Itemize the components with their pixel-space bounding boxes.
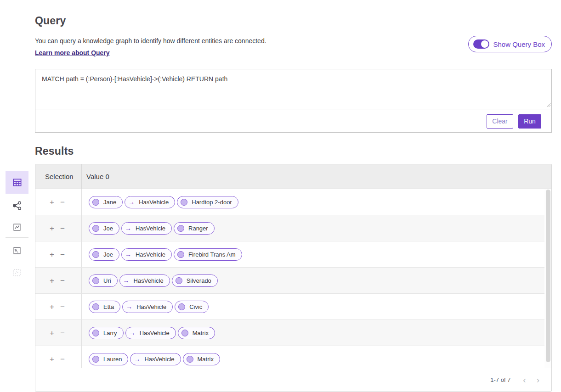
empty-view-icon [12,268,22,278]
graph-view-button[interactable] [6,197,28,214]
edge-label: HasVehicle [140,330,170,336]
map-view-button[interactable] [6,242,28,259]
empty-view-button[interactable] [6,264,28,281]
node-icon [92,356,99,363]
table-row: + − Jane → HasVehicle [35,189,544,215]
node-label: Silverado [187,277,211,284]
edge-label: HasVehicle [139,199,169,206]
add-to-graph-button[interactable]: + [50,224,54,232]
add-to-graph-button[interactable]: + [50,277,54,285]
node-label: Jane [103,199,116,206]
node-pill[interactable]: Larry [89,327,124,339]
node-pill[interactable]: Ranger [174,222,215,235]
edge-pill[interactable]: → HasVehicle [121,222,172,235]
selection-cell: + − [35,268,82,293]
node-icon [176,277,182,284]
edge-arrow-icon: → [134,356,140,362]
node-pill[interactable]: Joe [89,248,119,261]
node-pill[interactable]: Silverado [172,274,218,287]
value-cell: Joe → HasVehicle Firebird Trans Am [82,241,544,267]
remove-from-graph-button[interactable]: − [60,198,65,206]
query-actions: Clear Run [35,110,551,132]
node-icon [181,330,188,336]
node-pill[interactable]: Matrix [183,353,220,365]
edge-pill[interactable]: → HasVehicle [122,301,173,313]
graph-view-icon [11,200,23,211]
node-icon [92,251,99,258]
node-pill[interactable]: Joe [89,222,119,235]
map-view-icon [12,246,22,256]
results-title: Results [35,145,552,157]
query-input[interactable]: MATCH path = (:Person)-[:HasVehicle]->(:… [35,69,551,110]
table-footer: 1-7 of 7 ‹ › [35,368,551,391]
table-body: + − Jane → HasVehicle [35,189,551,368]
node-icon [177,251,184,258]
node-label: Matrix [193,330,209,336]
node-icon [92,225,99,232]
edge-arrow-icon: → [129,330,136,336]
node-label: Lauren [103,356,122,363]
run-button[interactable]: Run [518,114,541,129]
edge-label: HasVehicle [136,225,165,232]
learn-more-link[interactable]: Learn more about Query [35,49,110,56]
remove-from-graph-button[interactable]: − [60,224,65,232]
node-label: Ranger [188,225,208,232]
edge-arrow-icon: → [128,199,135,205]
table-row: + − Larry → HasVehicle [35,320,544,346]
add-to-graph-button[interactable]: + [50,251,54,258]
node-icon [92,277,99,284]
pagination-range: 1-7 of 7 [490,376,510,383]
next-page-icon[interactable]: › [537,375,539,384]
add-to-graph-button[interactable]: + [50,355,54,363]
value-cell: Uri → HasVehicle Silverado [82,268,544,293]
add-to-graph-button[interactable]: + [50,329,54,337]
table-header: Selection Value 0 [35,164,551,189]
clear-button[interactable]: Clear [487,114,513,129]
table-scrollbar[interactable] [544,189,551,368]
edge-label: HasVehicle [136,251,165,258]
show-query-box-toggle[interactable]: Show Query Box [468,36,552,52]
edge-pill[interactable]: → HasVehicle [121,248,172,261]
edge-pill[interactable]: → HasVehicle [130,353,181,365]
edge-pill[interactable]: → HasVehicle [125,196,175,208]
column-header-value: Value 0 [82,173,109,180]
node-pill[interactable]: Firebird Trans Am [174,248,242,261]
node-icon [92,330,99,336]
node-label: Civic [189,303,202,310]
node-icon [178,303,185,310]
remove-from-graph-button[interactable]: − [60,251,65,258]
value-cell: Jane → HasVehicle Hardtop 2-door [82,189,544,215]
node-pill[interactable]: Matrix [178,327,215,339]
add-to-graph-button[interactable]: + [50,198,54,206]
value-cell: Lauren → HasVehicle Matrix [82,346,544,368]
node-pill[interactable]: Jane [89,196,123,208]
node-icon [187,356,193,363]
chart-view-button[interactable] [6,219,28,235]
node-label: Uri [103,277,111,284]
node-pill[interactable]: Hardtop 2-door [177,196,238,208]
scrollbar-thumb[interactable] [546,190,550,362]
node-label: Joe [103,251,113,258]
value-cell: Larry → HasVehicle Matrix [82,320,544,346]
table-view-icon [12,177,23,188]
prev-page-icon[interactable]: ‹ [523,375,526,384]
node-pill[interactable]: Civic [175,301,209,313]
node-icon [177,225,184,232]
selection-cell: + − [35,294,82,319]
edge-pill[interactable]: → HasVehicle [125,327,176,339]
node-pill[interactable]: Lauren [89,353,128,365]
edge-label: HasVehicle [144,356,174,363]
remove-from-graph-button[interactable]: − [60,329,65,337]
remove-from-graph-button[interactable]: − [60,277,65,285]
edge-pill[interactable]: → HasVehicle [119,274,170,287]
remove-from-graph-button[interactable]: − [60,355,65,363]
table-view-button[interactable] [6,171,28,194]
node-label: Matrix [198,356,214,363]
selection-cell: + − [35,320,82,346]
node-pill[interactable]: Etta [89,301,120,313]
selection-cell: + − [35,189,82,215]
remove-from-graph-button[interactable]: − [60,303,65,311]
toggle-switch-icon[interactable] [473,39,489,49]
add-to-graph-button[interactable]: + [50,303,54,311]
node-pill[interactable]: Uri [89,274,118,287]
